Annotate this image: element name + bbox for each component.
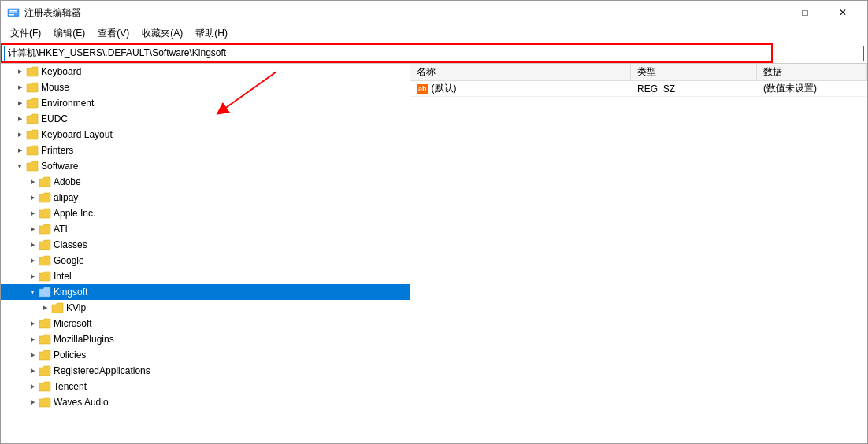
folder-icon-ati <box>39 223 51 235</box>
title-bar: 注册表编辑器 — □ ✕ <box>1 1 867 24</box>
tree-item-adobe[interactable]: Adobe <box>1 174 410 190</box>
tree-label-keyboard: Keyboard <box>41 66 81 77</box>
window-title: 注册表编辑器 <box>24 6 81 20</box>
tree-item-policies[interactable]: Policies <box>1 347 410 363</box>
tree-item-microsoft[interactable]: Microsoft <box>1 316 410 331</box>
tree-item-wavesaudio[interactable]: Waves Audio <box>1 394 410 410</box>
tree-label-registeredapps: RegisteredApplications <box>54 365 150 376</box>
tree-item-environment[interactable]: Environment <box>1 95 410 111</box>
tree-label-ati: ATI <box>54 224 68 235</box>
menu-help[interactable]: 帮助(H) <box>189 24 234 43</box>
expand-ati[interactable] <box>26 223 39 235</box>
expand-software[interactable] <box>13 160 26 172</box>
column-headers: 名称 类型 数据 <box>410 64 867 81</box>
folder-icon-apple <box>39 207 51 220</box>
tree-label-wavesaudio: Waves Audio <box>54 397 109 408</box>
expand-intel[interactable] <box>26 270 39 283</box>
tree-label-microsoft: Microsoft <box>54 318 92 329</box>
tree-label-eudc: EUDC <box>41 113 68 124</box>
expand-policies[interactable] <box>26 349 39 361</box>
main-content: Keyboard Mouse Environment <box>1 64 867 443</box>
svg-rect-3 <box>9 14 14 16</box>
title-bar-left: 注册表编辑器 <box>7 6 81 20</box>
tree-item-mozillaplugins[interactable]: MozillaPlugins <box>1 331 410 347</box>
reg-ab-icon: ab <box>417 84 428 94</box>
maximize-button[interactable]: □ <box>787 1 823 24</box>
folder-icon-mozillaplugins <box>39 333 51 346</box>
tree-item-kvip[interactable]: KVip <box>1 300 410 316</box>
expand-microsoft[interactable] <box>26 317 39 330</box>
data-name-value: (默认) <box>432 82 457 95</box>
tree-label-google: Google <box>54 255 84 266</box>
address-bar <box>1 43 867 64</box>
tree-item-apple[interactable]: Apple Inc. <box>1 205 410 221</box>
expand-keyboard-layout[interactable] <box>13 128 26 141</box>
tree-label-policies: Policies <box>54 350 86 361</box>
menu-edit[interactable]: 编辑(E) <box>47 24 91 43</box>
col-header-type: 类型 <box>631 64 757 80</box>
tree-item-mouse[interactable]: Mouse <box>1 80 410 95</box>
svg-rect-2 <box>9 13 17 14</box>
expand-tencent[interactable] <box>26 380 39 393</box>
address-input[interactable] <box>4 46 864 61</box>
expand-kvip[interactable] <box>39 302 51 314</box>
expand-keyboard[interactable] <box>13 65 26 78</box>
tree-pane[interactable]: Keyboard Mouse Environment <box>1 64 410 443</box>
expand-adobe[interactable] <box>26 176 39 188</box>
data-row[interactable]: ab (默认) REG_SZ (数值未设置) <box>410 81 867 97</box>
svg-rect-1 <box>9 10 17 12</box>
expand-eudc[interactable] <box>13 113 26 125</box>
tree-item-intel[interactable]: Intel <box>1 268 410 284</box>
expand-registeredapps[interactable] <box>26 364 39 377</box>
data-cell-type: REG_SZ <box>631 83 757 94</box>
right-pane: 名称 类型 数据 ab (默认) REG_SZ (数值未设置) <box>410 64 867 443</box>
tree-item-printers[interactable]: Printers <box>1 142 410 158</box>
tree-item-alipay[interactable]: alipay <box>1 190 410 205</box>
expand-printers[interactable] <box>13 144 26 157</box>
tree-label-software: Software <box>41 161 78 172</box>
tree-label-keyboard-layout: Keyboard Layout <box>41 129 113 140</box>
tree-item-keyboard[interactable]: Keyboard <box>1 64 410 80</box>
folder-icon-kingsoft <box>39 286 51 298</box>
col-header-data: 数据 <box>757 64 867 80</box>
registry-editor-window: 注册表编辑器 — □ ✕ 文件(F) 编辑(E) 查看(V) 收藏夹(A) 帮助… <box>0 0 868 444</box>
menu-file[interactable]: 文件(F) <box>4 24 47 43</box>
expand-classes[interactable] <box>26 239 39 251</box>
tree-item-kingsoft[interactable]: Kingsoft <box>1 284 410 300</box>
expand-mouse[interactable] <box>13 81 26 94</box>
menu-view[interactable]: 查看(V) <box>91 24 135 43</box>
data-cell-name: ab (默认) <box>410 82 631 95</box>
tree-item-eudc[interactable]: EUDC <box>1 111 410 127</box>
folder-icon-software <box>26 160 39 172</box>
close-button[interactable]: ✕ <box>825 1 861 24</box>
tree-item-registeredapps[interactable]: RegisteredApplications <box>1 363 410 379</box>
folder-icon-microsoft <box>39 317 51 330</box>
folder-icon-policies <box>39 349 51 361</box>
tree-item-ati[interactable]: ATI <box>1 221 410 237</box>
expand-alipay[interactable] <box>26 191 39 204</box>
tree-label-environment: Environment <box>41 98 94 109</box>
tree-item-google[interactable]: Google <box>1 253 410 268</box>
tree-label-kingsoft: Kingsoft <box>54 287 87 298</box>
expand-apple[interactable] <box>26 207 39 220</box>
folder-icon-keyboard-layout <box>26 128 39 141</box>
tree-label-mozillaplugins: MozillaPlugins <box>54 334 114 345</box>
minimize-button[interactable]: — <box>749 1 785 24</box>
expand-google[interactable] <box>26 254 39 267</box>
tree-item-tencent[interactable]: Tencent <box>1 379 410 394</box>
tree-label-alipay: alipay <box>54 192 78 203</box>
expand-kingsoft[interactable] <box>26 286 39 298</box>
expand-environment[interactable] <box>13 97 26 109</box>
menu-favorites[interactable]: 收藏夹(A) <box>135 24 189 43</box>
expand-wavesaudio[interactable] <box>26 396 39 409</box>
tree-label-classes: Classes <box>54 239 87 250</box>
folder-icon-kvip <box>51 302 64 314</box>
tree-item-keyboard-layout[interactable]: Keyboard Layout <box>1 127 410 142</box>
tree-label-kvip: KVip <box>66 302 86 313</box>
tree-item-classes[interactable]: Classes <box>1 237 410 253</box>
expand-mozillaplugins[interactable] <box>26 333 39 346</box>
tree-item-software[interactable]: Software <box>1 158 410 174</box>
tree-label-intel: Intel <box>54 271 72 282</box>
window-controls: — □ ✕ <box>749 1 861 24</box>
tree-label-tencent: Tencent <box>54 381 87 392</box>
